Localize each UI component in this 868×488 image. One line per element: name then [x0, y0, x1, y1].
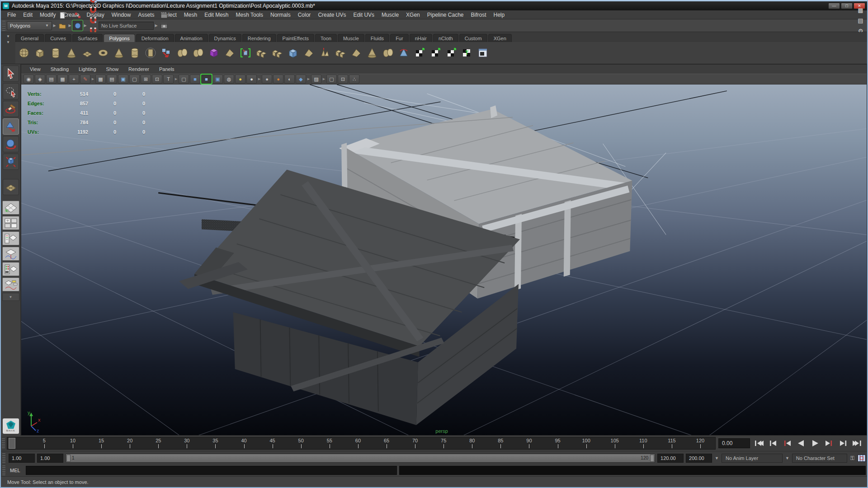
bridge-icon[interactable] [301, 45, 316, 61]
extrude-icon[interactable] [317, 45, 332, 61]
smooth-shade-icon[interactable]: ■ [190, 75, 200, 84]
range-start-handle[interactable] [66, 455, 71, 462]
smooth-icon[interactable] [159, 45, 174, 61]
layout-menu-button[interactable]: ▼ [2, 293, 19, 301]
layout-single-pane[interactable] [2, 201, 19, 215]
select-hierarchy-icon[interactable] [72, 10, 83, 20]
default-light-icon[interactable]: ● [246, 75, 257, 84]
textured-icon[interactable]: ■ [201, 75, 212, 84]
time-slider[interactable]: 5101520253035404550556065707580859095100… [7, 437, 716, 450]
step-back-key-button[interactable] [782, 439, 793, 448]
character-set-dropdown-icon[interactable]: ▼ [785, 456, 790, 460]
gate-mask-icon[interactable]: ▢ [129, 75, 140, 84]
combine-icon[interactable] [175, 45, 190, 61]
menu-pipeline-cache[interactable]: Pipeline Cache [424, 11, 467, 19]
shelf-menu-icon[interactable]: ▼ [5, 40, 11, 44]
snap-to-points-icon[interactable] [88, 15, 98, 26]
render-current-frame-icon[interactable] [159, 10, 169, 20]
shelf-tab-surfaces[interactable]: Surfaces [72, 34, 103, 42]
menu-edit-uvs[interactable]: Edit UVs [349, 11, 378, 19]
wireframe-icon[interactable]: ▢ [179, 75, 189, 84]
current-time-field[interactable]: 0.00 [718, 438, 750, 448]
quad-draw-icon[interactable] [364, 45, 380, 61]
range-slider[interactable]: 1 120 [66, 454, 655, 463]
shelf-tab-menu-icon[interactable]: ▼ [5, 34, 11, 38]
menu-modify[interactable]: Modify [36, 11, 59, 19]
menu-create-uvs[interactable]: Create UVs [314, 11, 349, 19]
menu-mesh-tools[interactable]: Mesh Tools [232, 11, 267, 19]
all-lights-icon[interactable]: ● [235, 75, 245, 84]
split-polygon-icon[interactable] [238, 45, 253, 61]
poly-cube-icon[interactable] [32, 45, 47, 61]
live-surface-field[interactable]: No Live Surface [99, 22, 154, 30]
resolution-gate-icon[interactable]: ▣ [118, 75, 128, 84]
poly-cone-icon[interactable] [64, 45, 79, 61]
sculpt-icon[interactable] [396, 45, 411, 61]
command-line-language-label[interactable]: MEL [6, 468, 26, 473]
select-camera-icon[interactable]: ◉ [24, 75, 34, 84]
field-chart-icon[interactable]: ⊞ [141, 75, 151, 84]
xray-active-components-icon[interactable]: ⊡ [338, 75, 348, 84]
layout-persp-graph[interactable] [2, 247, 19, 261]
menu-window[interactable]: Window [108, 11, 135, 19]
uv-snapshot-icon[interactable] [412, 45, 427, 61]
extract-icon[interactable] [222, 45, 237, 61]
isolate-select-icon[interactable]: ▨ [311, 75, 321, 84]
multisample-icon[interactable]: ◐ [284, 75, 295, 84]
layout-persp-outliner[interactable] [2, 231, 19, 245]
uv-grid-icon[interactable]: T [459, 45, 475, 61]
step-back-frame-button[interactable] [768, 439, 778, 448]
occlusion-icon[interactable]: ● [273, 75, 283, 84]
status-section-collapser[interactable]: ▶ [154, 21, 158, 31]
last-tool-poly-plane[interactable] [3, 179, 19, 195]
animation-preferences-icon[interactable] [858, 455, 866, 462]
new-scene-icon[interactable] [57, 10, 67, 20]
minimize-button[interactable]: — [828, 3, 840, 9]
go-to-end-button[interactable] [852, 439, 863, 448]
paint-select-tool[interactable] [3, 101, 19, 117]
menu-file[interactable]: File [4, 11, 19, 19]
wireframe-on-shaded-icon[interactable]: ▣ [212, 75, 223, 84]
status-grip[interactable] [2, 21, 5, 31]
scale-tool[interactable] [3, 154, 19, 170]
shelf-tab-rendering[interactable]: Rendering [242, 34, 276, 42]
maximize-button[interactable]: □ [841, 3, 853, 9]
select-object-mode-icon[interactable] [72, 20, 83, 31]
2d-pan-zoom-icon[interactable]: + [69, 75, 79, 84]
character-set-field[interactable]: No Character Set [792, 454, 847, 463]
anim-layer-field[interactable]: No Anim Layer [722, 454, 783, 463]
select-tool[interactable] [3, 66, 19, 82]
go-to-start-button[interactable] [754, 439, 764, 448]
range-grip[interactable] [2, 453, 5, 463]
target-weld-icon[interactable] [380, 45, 396, 61]
range-end-handle[interactable] [650, 455, 654, 462]
shelf-tab-custom[interactable]: Custom [459, 34, 487, 42]
modeling-toolkit-toggle-icon[interactable]: ▩ [855, 5, 866, 15]
menu-assets[interactable]: Assets [134, 11, 158, 19]
uv-unfold-icon[interactable] [443, 45, 459, 61]
default-material-icon[interactable]: ◍ [224, 75, 234, 84]
panel-menu-view[interactable]: View [26, 66, 45, 73]
command-line-input[interactable] [26, 466, 397, 475]
layout-persp-hypergraph[interactable] [2, 277, 19, 291]
xray-icon[interactable]: ▢ [326, 75, 337, 84]
film-gate-icon[interactable]: ▤ [107, 75, 117, 84]
open-scene-icon[interactable] [57, 20, 67, 31]
plugin-shapes-icon[interactable]: ∴ [349, 75, 359, 84]
shelf-tab-general[interactable]: General [15, 34, 44, 42]
shelf-tab-fluids[interactable]: Fluids [365, 34, 389, 42]
safe-action-icon[interactable]: ⊡ [152, 75, 162, 84]
safe-title-icon[interactable]: T [163, 75, 174, 84]
menu-edit-mesh[interactable]: Edit Mesh [201, 11, 232, 19]
motion-blur-icon[interactable]: ◆ [296, 75, 306, 84]
shelf-tab-fur[interactable]: Fur [390, 34, 409, 42]
panel-menu-show[interactable]: Show [102, 66, 123, 73]
menu-color[interactable]: Color [294, 11, 315, 19]
merge-vertex-icon[interactable] [333, 45, 348, 61]
playback-start-field[interactable]: 1.00 [37, 454, 63, 463]
bevel-icon[interactable] [285, 45, 301, 61]
poly-cylinder-icon[interactable] [48, 45, 63, 61]
booleans-icon[interactable] [206, 45, 222, 61]
multi-cut-icon[interactable] [349, 45, 364, 61]
shadows-icon[interactable]: ● [262, 75, 272, 84]
